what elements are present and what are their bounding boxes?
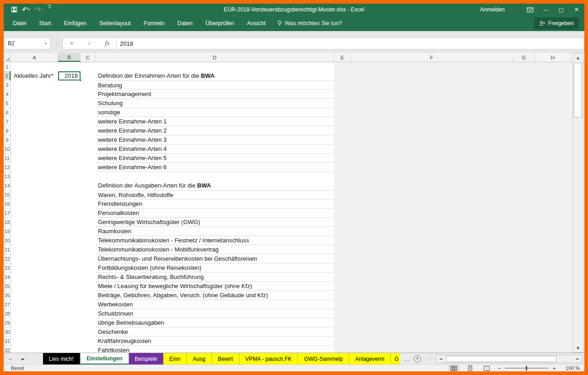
undo-button[interactable]: ↶ ▾ bbox=[21, 5, 32, 14]
zoom-slider-thumb[interactable] bbox=[526, 366, 527, 370]
cell-D12[interactable]: weitere Einnahme-Arten 6 bbox=[96, 163, 334, 172]
column-header-B[interactable]: B bbox=[58, 53, 81, 62]
cell-D20[interactable]: Telekommunikationskosten - Festnetz / In… bbox=[96, 236, 334, 245]
ribbon-tab-überprüfen[interactable]: Überprüfen bbox=[199, 16, 241, 30]
name-box-dropdown-icon[interactable]: ▾ bbox=[45, 42, 47, 46]
page-layout-view-button[interactable] bbox=[465, 365, 476, 371]
formula-input[interactable]: 2018 bbox=[116, 38, 584, 49]
sheet-tab-einn[interactable]: Einn bbox=[163, 353, 187, 364]
ribbon-tab-start[interactable]: Start bbox=[32, 16, 57, 30]
cell-B2-selected[interactable]: 2018 bbox=[58, 71, 81, 80]
cell-D3[interactable]: Beratung bbox=[96, 80, 334, 90]
sheet-tab-anlageverm[interactable]: Anlageverm bbox=[349, 353, 391, 364]
cell-D17[interactable]: Personalkosten bbox=[96, 209, 334, 218]
cell-D29[interactable]: übrige Betriebsausgaben bbox=[96, 318, 334, 327]
column-header-H[interactable]: H bbox=[535, 53, 571, 62]
cell-D31[interactable]: Kraftfahrzeugkosten bbox=[96, 337, 334, 346]
cell-D4[interactable]: Projektmanagement bbox=[96, 90, 334, 99]
sheet-tab-g[interactable]: G bbox=[391, 353, 400, 364]
cell-D27[interactable]: Werbekosten bbox=[96, 300, 334, 309]
cell-D10[interactable]: weitere Einnahme-Arten 4 bbox=[96, 145, 334, 154]
normal-view-button[interactable] bbox=[448, 365, 459, 371]
sheet-nav-right-icon[interactable]: ► bbox=[22, 357, 25, 361]
cell-D32[interactable]: Fahrtkosten bbox=[96, 346, 334, 353]
vertical-scroll-thumb[interactable] bbox=[574, 63, 582, 118]
ribbon-tab-einfügen[interactable]: Einfügen bbox=[58, 16, 93, 30]
worksheet-grid[interactable]: 1234567891011121314151617181920212223242… bbox=[4, 62, 584, 353]
cell-D28[interactable]: Schuldzinsen bbox=[96, 309, 334, 318]
cell-D2[interactable]: Definition der Einnahmen-Arten für die B… bbox=[98, 71, 215, 80]
cell-D21[interactable]: Telekommunikationskosten - Mobilfunkvert… bbox=[96, 245, 334, 254]
cell-D11[interactable]: weitere Einnahme-Arten 5 bbox=[96, 154, 334, 163]
ribbon-tab-ansicht[interactable]: Ansicht bbox=[241, 16, 272, 30]
cell-D15[interactable]: Waren, Rohstoffe, Hilfsstoffe bbox=[96, 190, 334, 199]
share-button[interactable]: Freigeben bbox=[534, 17, 579, 29]
zoom-slider[interactable] bbox=[505, 368, 549, 369]
cell-D30[interactable]: Geschenke bbox=[96, 327, 334, 337]
sheet-nav-left-icon[interactable]: ◄ bbox=[8, 357, 11, 361]
sign-in-link[interactable]: Anmelden bbox=[480, 6, 505, 13]
horizontal-scrollbar[interactable]: ◄ ► bbox=[436, 355, 583, 363]
cell-D19[interactable]: Raumkosten bbox=[96, 227, 334, 236]
sheet-tab-vpma-pausch-fk[interactable]: VPMA - pausch.FK bbox=[239, 353, 298, 364]
zoom-in-button[interactable]: + bbox=[552, 365, 556, 372]
cell-D22[interactable]: Übernachtungs- und Reisenebenkosten bei … bbox=[96, 254, 334, 263]
horizontal-scroll-thumb[interactable] bbox=[446, 356, 556, 362]
scroll-down-icon[interactable]: ▼ bbox=[573, 344, 583, 352]
scroll-right-icon[interactable]: ► bbox=[574, 355, 582, 363]
close-button[interactable]: ✕ bbox=[569, 4, 584, 16]
cell-D8[interactable]: weitere Einnahme-Arten 2 bbox=[96, 126, 334, 135]
column-header-A[interactable]: A bbox=[11, 53, 58, 62]
cell-D9[interactable]: weitere Einnahme-Arten 3 bbox=[96, 135, 334, 145]
name-box[interactable]: B2 ▾ bbox=[4, 38, 50, 49]
ribbon-display-options-button[interactable] bbox=[522, 4, 538, 16]
customize-quick-access-button[interactable]: ▾ bbox=[46, 5, 53, 14]
ribbon-tab-daten[interactable]: Daten bbox=[171, 16, 199, 30]
scroll-up-icon[interactable]: ▲ bbox=[573, 54, 583, 62]
tell-me-box[interactable]: Was möchten Sie tun? bbox=[277, 20, 342, 27]
ribbon-tab-formeln[interactable]: Formeln bbox=[137, 16, 171, 30]
cell-D14[interactable]: Definition der Ausgaben-Arten für die BW… bbox=[98, 181, 211, 190]
sheet-tab-ausg[interactable]: Ausg bbox=[187, 353, 211, 364]
sheet-tab-gwg-sammelp[interactable]: GWG-Sammelp bbox=[298, 353, 349, 364]
zoom-level[interactable]: 100 % bbox=[561, 365, 580, 371]
maximize-button[interactable]: □ bbox=[553, 4, 569, 16]
sheet-tab-einstellungen[interactable]: Einstellungen bbox=[80, 353, 129, 364]
zoom-out-button[interactable]: − bbox=[498, 365, 502, 372]
ribbon-tab-seitenlayout[interactable]: Seitenlayout bbox=[93, 16, 137, 30]
cell-D18[interactable]: Geringwertige Wirtschaftsgüter (GWG) bbox=[96, 218, 334, 227]
ribbon-tab-datei[interactable]: Datei bbox=[6, 16, 32, 30]
undo-dropdown-icon[interactable]: ▾ bbox=[28, 8, 30, 11]
cell-D7[interactable]: weitere Einnahme-Arten 1 bbox=[96, 117, 334, 126]
column-header-E[interactable]: E bbox=[334, 53, 351, 62]
sheet-tab-beispiele[interactable]: Beispiele bbox=[129, 353, 164, 364]
add-sheet-button[interactable]: + bbox=[414, 355, 421, 363]
cell-D5[interactable]: Schulung bbox=[96, 99, 334, 108]
page-break-view-button[interactable] bbox=[481, 365, 492, 371]
vertical-scrollbar[interactable]: ▲ ▼ bbox=[572, 53, 583, 353]
save-button[interactable] bbox=[10, 5, 19, 14]
cell-D25[interactable]: Miete / Leasing für bewegliche Wirtschaf… bbox=[96, 282, 334, 291]
cancel-icon[interactable]: ✕ bbox=[69, 40, 74, 47]
column-header-F[interactable]: F bbox=[351, 53, 512, 62]
redo-button[interactable]: ↷ ▾ bbox=[33, 5, 44, 14]
sheet-tab-lies-mich[interactable]: Lies mich! bbox=[43, 353, 80, 364]
column-header-D[interactable]: D bbox=[96, 53, 334, 62]
sheet-tab-bewirt[interactable]: Bewirt bbox=[212, 353, 239, 364]
insert-function-icon[interactable]: fx bbox=[105, 40, 109, 47]
select-all-button[interactable] bbox=[4, 53, 11, 62]
minimize-button[interactable]: — bbox=[538, 4, 553, 16]
redo-dropdown-icon[interactable]: ▾ bbox=[41, 8, 43, 11]
cell-D24[interactable]: Rechts- & Steuerberatung, Buchführung bbox=[96, 273, 334, 282]
cell-D16[interactable]: Fremdleistungen bbox=[96, 199, 334, 209]
sheet-tab-overflow[interactable]: ... bbox=[400, 353, 414, 364]
fill-handle[interactable] bbox=[79, 79, 81, 81]
cell-D23[interactable]: Fortbildungskosten (ohne Reisekosten) bbox=[96, 263, 334, 273]
enter-icon[interactable]: ✓ bbox=[87, 40, 92, 47]
cell-D6[interactable]: sonstige bbox=[96, 108, 334, 117]
cell-D26[interactable]: Beiträge, Gebühren, Abgaben, Versich. (o… bbox=[96, 291, 334, 300]
scroll-left-icon[interactable]: ◄ bbox=[437, 355, 445, 363]
column-header-C[interactable]: C bbox=[81, 53, 96, 62]
cell-A2[interactable]: Aktuelles Jahr* bbox=[14, 71, 54, 80]
column-header-G[interactable]: G bbox=[512, 53, 535, 62]
